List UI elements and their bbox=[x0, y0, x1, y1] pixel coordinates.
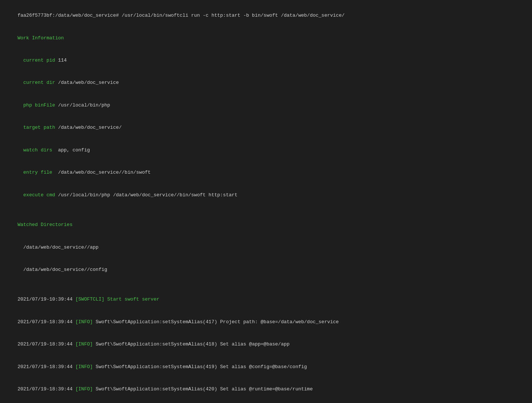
log-4: 2021/07/19-18:39:44 [INFO] Swoft\SwoftAp… bbox=[6, 378, 526, 400]
cmd-line: faa26f5773bf:/data/web/doc_service# /usr… bbox=[6, 4, 526, 27]
work-info-target: target path /data/web/doc_service/ bbox=[6, 117, 526, 139]
work-info-entry: entry file /data/web/doc_service//bin/sw… bbox=[6, 161, 526, 184]
work-info-execute: execute cmd /usr/local/bin/php /data/web… bbox=[6, 184, 526, 206]
work-info-pid: current pid 114 bbox=[6, 49, 526, 72]
cmd-text: faa26f5773bf:/data/web/doc_service# /usr… bbox=[17, 13, 345, 18]
work-info-dir: current dir /data/web/doc_service bbox=[6, 72, 526, 94]
blank2 bbox=[6, 281, 526, 288]
terminal: faa26f5773bf:/data/web/doc_service# /usr… bbox=[6, 4, 526, 403]
log-2: 2021/07/19-18:39:44 [INFO] Swoft\SwoftAp… bbox=[6, 333, 526, 356]
log-5: 2021/07/19-18:39:44 [INFO] Swoft\Process… bbox=[6, 400, 526, 403]
log-1: 2021/07/19-18:39:44 [INFO] Swoft\SwoftAp… bbox=[6, 311, 526, 333]
work-info-php: php binFile /usr/local/bin/php bbox=[6, 94, 526, 117]
watched-dir-1: /data/web/doc_service//app bbox=[6, 236, 526, 258]
watched-dir-2: /data/web/doc_service//config bbox=[6, 259, 526, 281]
log-swoftcli: 2021/07/19-10:39:44 [SWOFTCLI] Start swo… bbox=[6, 288, 526, 311]
watched-header: Watched Directories bbox=[6, 214, 526, 236]
work-info-watch: watch dirs app, config bbox=[6, 139, 526, 161]
log-3: 2021/07/19-18:39:44 [INFO] Swoft\SwoftAp… bbox=[6, 356, 526, 378]
work-info-header: Work Information bbox=[6, 27, 526, 49]
blank1 bbox=[6, 206, 526, 214]
